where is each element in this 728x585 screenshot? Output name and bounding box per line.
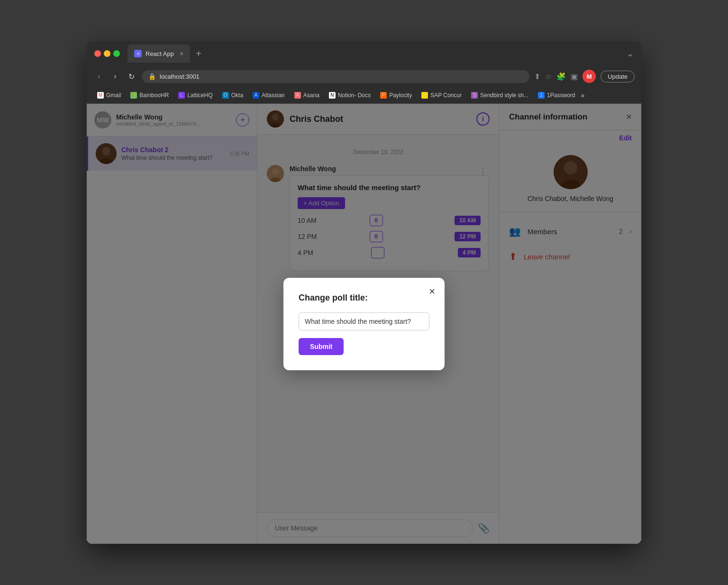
new-tab-button[interactable]: + [196,48,201,59]
update-button[interactable]: Update [601,71,635,82]
browser-window: ⚛ React App × + ⌄ ‹ › ↻ 🔒 localhost:3001… [87,41,641,544]
close-window-button[interactable] [94,50,101,57]
lock-icon: 🔒 [148,73,156,80]
bookmark-gmail[interactable]: M Gmail [93,90,125,101]
bookmark-paylocity-label: Paylocity [389,92,412,99]
reload-button[interactable]: ↻ [126,72,137,81]
bookmark-notion-label: Notion- Docs [338,92,371,99]
profile-avatar[interactable]: M [582,70,596,83]
bookmark-paylocity[interactable]: P Paylocity [376,90,416,101]
bookmark-latticehq[interactable]: L LatticeHQ [174,90,216,101]
modal-close-button[interactable]: × [429,285,435,298]
url-bar[interactable]: 🔒 localhost:3001 [142,70,529,83]
bookmark-bamboohr-label: BambooHR [139,92,169,99]
app-content: MW Michelle Wong sendbird_desk_agent_id_… [87,104,641,544]
extensions-icon[interactable]: 🧩 [556,72,566,81]
bookmark-asana-label: Asana [303,92,319,99]
share-icon[interactable]: ⬆ [534,72,540,81]
gmail-icon: M [97,92,104,99]
atlassian-icon: A [253,92,259,99]
minimize-window-button[interactable] [104,50,110,57]
bookmark-bamboohr[interactable]: 🎋 BambooHR [127,90,173,101]
bookmark-gmail-label: Gmail [106,92,121,99]
browser-tab[interactable]: ⚛ React App × [127,45,190,63]
back-button[interactable]: ‹ [93,72,105,81]
tab-title: React App [146,50,174,57]
okta-icon: O [222,92,229,99]
traffic-lights [94,50,120,57]
maximize-window-button[interactable] [113,50,120,57]
window-chevron-icon: ⌄ [627,48,634,59]
latticehq-icon: L [178,92,185,99]
address-bar: ‹ › ↻ 🔒 localhost:3001 ⬆ ☆ 🧩 ▣ M Update [87,66,641,87]
bookmark-1password[interactable]: 1 1Password [534,90,579,101]
bookmark-latticehq-label: LatticeHQ [187,92,212,99]
bookmark-1password-label: 1Password [547,92,575,99]
notion-icon: N [329,92,336,99]
forward-button[interactable]: › [109,72,121,81]
bookmark-sap[interactable]: S SAP Concur [418,90,465,101]
bookmark-sap-label: SAP Concur [430,92,462,99]
modal-overlay: × Change poll title: Submit [87,104,641,544]
bookmark-okta[interactable]: O Okta [218,90,247,101]
tab-favicon: ⚛ [134,50,142,57]
bookmark-atlassian[interactable]: A Atlassian [249,90,289,101]
reader-view-icon[interactable]: ▣ [571,72,578,81]
url-text: localhost:3001 [160,73,200,80]
sap-icon: S [421,92,428,99]
browser-actions: ⬆ ☆ 🧩 ▣ M Update [534,70,635,83]
bookmark-notion[interactable]: N Notion- Docs [325,90,374,101]
bookmark-atlassian-label: Atlassian [262,92,285,99]
sendbird-icon: S [471,92,478,99]
bookmark-asana[interactable]: A Asana [291,90,323,101]
more-bookmarks-button[interactable]: » [581,91,584,99]
change-poll-title-modal: × Change poll title: Submit [283,278,445,370]
bookmarks-bar: M Gmail 🎋 BambooHR L LatticeHQ O Okta A … [87,87,641,104]
modal-submit-button[interactable]: Submit [299,338,344,355]
modal-title: Change poll title: [299,293,429,303]
paylocity-icon: P [380,92,387,99]
bookmark-sendbird-label: Sendbird style sh... [480,92,528,99]
1password-icon: 1 [538,92,545,99]
bookmark-sendbird[interactable]: S Sendbird style sh... [467,90,532,101]
tab-close-button[interactable]: × [180,50,183,57]
asana-icon: A [294,92,301,99]
title-bar: ⚛ React App × + ⌄ [87,41,641,66]
bamboohr-icon: 🎋 [130,92,137,99]
bookmark-okta-label: Okta [231,92,243,99]
bookmark-icon[interactable]: ☆ [545,72,552,81]
poll-title-input[interactable] [299,312,429,330]
